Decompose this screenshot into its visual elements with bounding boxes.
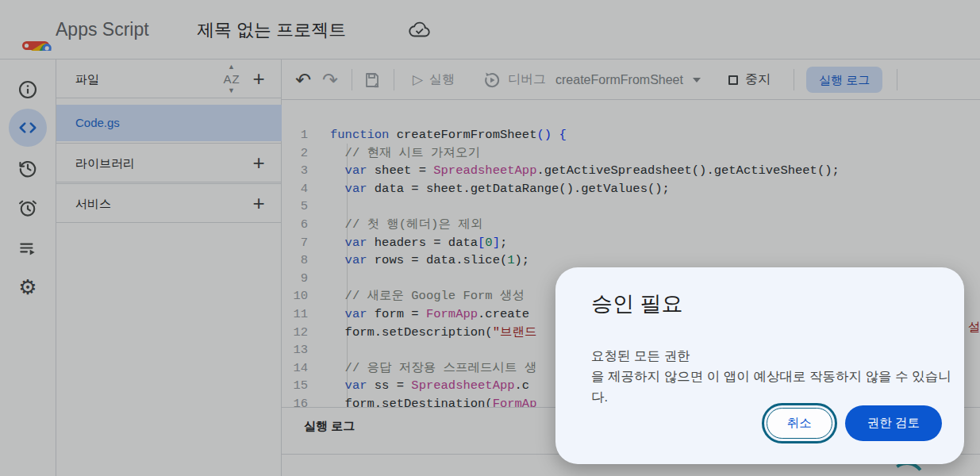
dialog-body-line1: 요청된 모든 권한 [591, 345, 964, 366]
authorization-dialog: 승인 필요 요청된 모든 권한 을 제공하지 않으면 이 앱이 예상대로 작동하… [555, 267, 964, 464]
dialog-body: 요청된 모든 권한 을 제공하지 않으면 이 앱이 예상대로 작동하지 않을 수… [591, 345, 964, 407]
dialog-body-line2: 을 제공하지 않으면 이 앱이 예상대로 작동하지 않을 수 있습니다. [591, 366, 964, 407]
apps-script-window: Apps Script 제목 없는 프로젝트 ⚙ 파일 ▲AZ▼ [0, 0, 980, 476]
dialog-actions: 취소 권한 검토 [762, 403, 942, 443]
dialog-title: 승인 필요 [591, 290, 683, 318]
cancel-button[interactable]: 취소 [767, 408, 832, 439]
cancel-button-focus-ring: 취소 [762, 403, 837, 443]
review-permissions-button[interactable]: 권한 검토 [845, 405, 942, 441]
